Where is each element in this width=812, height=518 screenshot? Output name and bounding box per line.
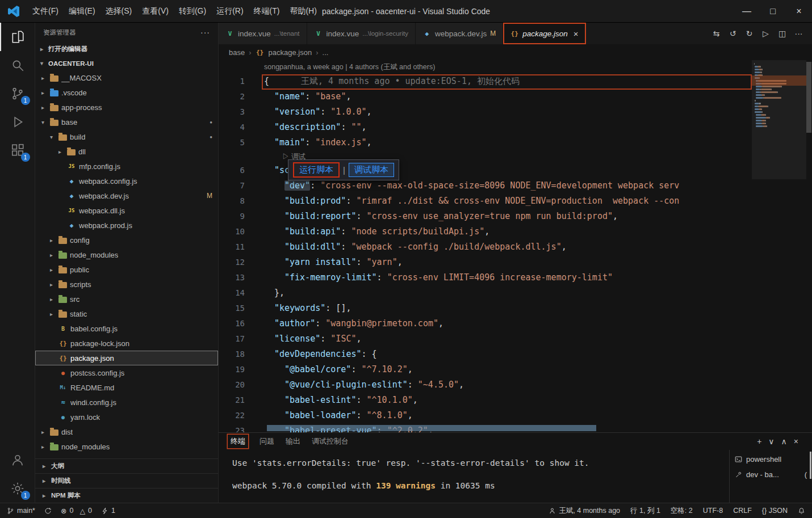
- breadcrumb-item-...[interactable]: ...: [323, 48, 329, 57]
- menu-选择(S)[interactable]: 选择(S): [101, 3, 137, 19]
- panel-tab-问题[interactable]: 问题: [259, 436, 274, 447]
- open-editors-section[interactable]: ▸ 打开的编辑器: [35, 42, 218, 56]
- panel-tab-终端[interactable]: 终端: [228, 435, 248, 448]
- activity-settings[interactable]: 1: [0, 474, 35, 503]
- terminal-instance-powershell[interactable]: powershell: [730, 452, 812, 467]
- status-cursor-position[interactable]: 行 1, 列 1: [630, 506, 660, 516]
- breadcrumb-item-package.json[interactable]: package.json: [269, 48, 312, 57]
- new-terminal-icon[interactable]: +: [757, 437, 761, 446]
- close-tab-icon[interactable]: ×: [574, 29, 579, 39]
- more-actions-icon[interactable]: ···: [200, 28, 210, 37]
- menu-运行(R)[interactable]: 运行(R): [211, 3, 248, 19]
- tree-item-webpack.prod.js[interactable]: ◆webpack.prod.js: [35, 218, 218, 233]
- activity-search[interactable]: [0, 51, 35, 79]
- tree-item-app-process[interactable]: ▸app-process: [35, 100, 218, 115]
- activity-extensions[interactable]: 1: [0, 136, 35, 165]
- tree-item-base[interactable]: ▾base●: [35, 115, 218, 129]
- status-notifications[interactable]: [798, 507, 805, 515]
- tree-item-.vscode[interactable]: ▸.vscode: [35, 85, 218, 100]
- tree-item-windi.config.js[interactable]: ≈windi.config.js: [35, 395, 218, 410]
- line-number: 9: [219, 209, 255, 224]
- tree-item-yarn.lock[interactable]: ●yarn.lock: [35, 410, 218, 424]
- section-时间线[interactable]: ▸时间线: [35, 473, 218, 488]
- panel-tab-调试控制台[interactable]: 调试控制台: [312, 436, 349, 447]
- previous-change-icon[interactable]: ↺: [725, 29, 740, 38]
- tree-item-node_modules[interactable]: ▸node_modules: [35, 247, 218, 262]
- tree-item-label: webpack.prod.js: [79, 221, 132, 230]
- chevron-collapsed-icon: ▸: [39, 429, 47, 435]
- menu-文件(F)[interactable]: 文件(F): [27, 3, 64, 19]
- status-language-mode[interactable]: {} JSON: [762, 507, 788, 515]
- maximize-panel-icon[interactable]: ∧: [781, 437, 787, 446]
- activity-run-debug[interactable]: [0, 108, 35, 136]
- breadcrumb-item-base[interactable]: base: [229, 48, 245, 57]
- tree-item-scripts[interactable]: ▸scripts: [35, 277, 218, 292]
- status-eol[interactable]: CRLF: [733, 507, 752, 515]
- terminal-icon: [735, 456, 742, 463]
- minimize-button[interactable]: —: [734, 0, 760, 23]
- more-actions-icon[interactable]: ···: [791, 29, 806, 38]
- terminal-list-scrollbar[interactable]: [810, 452, 811, 479]
- tab-index.vue-0[interactable]: Vindex.vue...\tenant: [219, 23, 307, 44]
- split-editor-icon[interactable]: ◫: [775, 29, 790, 38]
- maximize-button[interactable]: □: [760, 0, 786, 23]
- codelens-blame[interactable]: songpanhua, a week ago | 4 authors (王斌 a…: [219, 60, 812, 74]
- status-encoding[interactable]: UTF-8: [703, 507, 723, 515]
- terminal-profile-dropdown-icon[interactable]: ∨: [768, 437, 774, 446]
- tree-item-label: scripts: [70, 280, 91, 289]
- tree-item-config[interactable]: ▸config: [35, 233, 218, 247]
- tree-item-public[interactable]: ▸public: [35, 262, 218, 277]
- vertical-scrollbar[interactable]: [806, 62, 811, 133]
- panel-actions: +∨∧×: [757, 437, 803, 446]
- activity-accounts[interactable]: [0, 446, 35, 474]
- menu-转到(G)[interactable]: 转到(G): [174, 3, 211, 19]
- debug-script-link[interactable]: 调试脚本: [349, 163, 394, 177]
- close-button[interactable]: ×: [786, 0, 812, 23]
- tree-item-package.json[interactable]: {}package.json: [35, 351, 218, 365]
- tree-item-__MACOSX[interactable]: ▸__MACOSX: [35, 70, 218, 85]
- tree-item-postcss.config.js[interactable]: ●postcss.config.js: [35, 365, 218, 380]
- tree-item-README.md[interactable]: M↓README.md: [35, 380, 218, 395]
- open-changes-icon[interactable]: ⇆: [709, 29, 724, 38]
- run-script-link[interactable]: 运行脚本: [293, 162, 340, 178]
- tree-item-webpack.dev.js[interactable]: ◆webpack.dev.jsM: [35, 188, 218, 203]
- tree-item-package-lock.json[interactable]: {}package-lock.json: [35, 336, 218, 351]
- section-NPM 脚本[interactable]: ▸NPM 脚本: [35, 488, 218, 503]
- menu-终端(T)[interactable]: 终端(T): [249, 3, 285, 19]
- line-number: 15: [219, 301, 255, 316]
- workspace-root[interactable]: ▾ OACENTER-UI: [35, 56, 218, 70]
- tree-item-node_modules[interactable]: ▸node_modules: [35, 439, 218, 454]
- menu-查看(V)[interactable]: 查看(V): [137, 3, 174, 19]
- activity-explorer[interactable]: [0, 23, 35, 51]
- status-problems[interactable]: ⊗0△0: [61, 507, 92, 515]
- section-大纲[interactable]: ▸大纲: [35, 458, 218, 473]
- tree-item-babel.config.js[interactable]: Bbabel.config.js: [35, 321, 218, 336]
- terminal-instance-dev - ba...[interactable]: dev - ba...(: [730, 467, 812, 482]
- tab-webpack.dev.js-2[interactable]: ◆webpack.dev.jsM: [416, 23, 503, 44]
- close-panel-icon[interactable]: ×: [794, 437, 798, 446]
- status-indentation[interactable]: 空格: 2: [671, 506, 693, 516]
- tree-item-build[interactable]: ▾build●: [35, 129, 218, 144]
- horizontal-scrollbar[interactable]: [267, 425, 596, 431]
- tree-item-webpack.config.js[interactable]: ◆webpack.config.js: [35, 174, 218, 188]
- run-icon[interactable]: ▷: [758, 29, 773, 38]
- minimap[interactable]: [754, 63, 804, 127]
- tree-item-dll[interactable]: ▸dll: [35, 144, 218, 159]
- panel-tab-输出[interactable]: 输出: [286, 436, 300, 447]
- status-sync[interactable]: [44, 507, 52, 515]
- menu-帮助(H)[interactable]: 帮助(H): [284, 3, 321, 19]
- tree-item-mfp.config.js[interactable]: JSmfp.config.js: [35, 159, 218, 174]
- tree-item-src[interactable]: ▸src: [35, 292, 218, 306]
- status-branch[interactable]: main*: [7, 507, 35, 515]
- tree-item-dist[interactable]: ▸dist: [35, 424, 218, 439]
- status-blame[interactable]: 王斌, 4 months ago: [549, 506, 620, 516]
- tab-index.vue-1[interactable]: Vindex.vue...\login-security: [307, 23, 416, 44]
- next-change-icon[interactable]: ↻: [742, 29, 757, 38]
- spinner: (: [805, 470, 807, 479]
- tree-item-webpack.dll.js[interactable]: JSwebpack.dll.js: [35, 203, 218, 218]
- status-counter[interactable]: 1: [101, 507, 115, 515]
- activity-source-control[interactable]: 1: [0, 79, 35, 108]
- menu-编辑(E)[interactable]: 编辑(E): [64, 3, 101, 19]
- tree-item-static[interactable]: ▸static: [35, 306, 218, 321]
- tab-package.json-3[interactable]: {}package.json×: [503, 23, 585, 44]
